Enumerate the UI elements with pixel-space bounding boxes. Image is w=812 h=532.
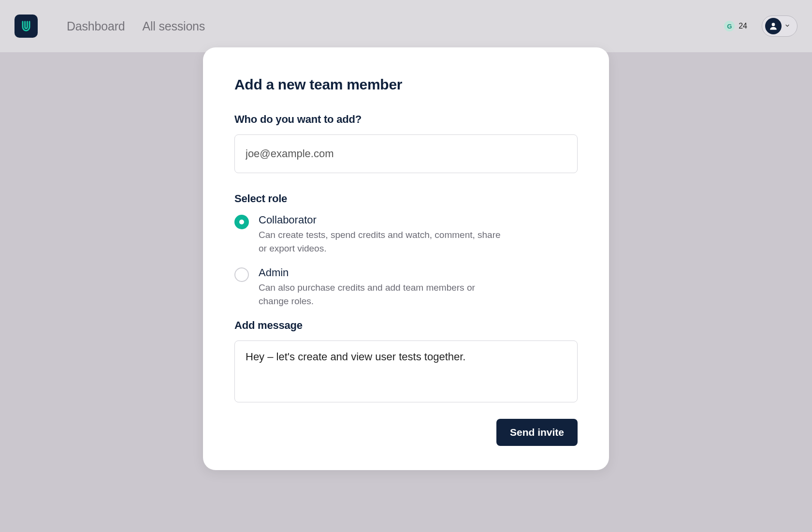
credits-count: 24 (739, 22, 747, 30)
radio-collaborator[interactable] (234, 215, 249, 229)
avatar-icon (765, 18, 782, 34)
main-nav: Dashboard All sessions (67, 19, 205, 33)
role-option-collaborator[interactable]: Collaborator Can create tests, spend cre… (234, 214, 578, 255)
role-option-admin[interactable]: Admin Can also purchase credits and add … (234, 266, 578, 308)
message-input[interactable] (234, 340, 578, 402)
role-admin-desc: Can also purchase credits and add team m… (259, 281, 505, 308)
account-menu[interactable] (762, 15, 798, 37)
send-invite-button[interactable]: Send invite (496, 419, 578, 446)
header-right: G 24 (724, 15, 798, 37)
svg-point-0 (772, 23, 775, 26)
nav-dashboard[interactable]: Dashboard (67, 19, 125, 33)
email-input[interactable] (234, 134, 578, 173)
role-collaborator-desc: Can create tests, spend credits and watc… (259, 228, 505, 255)
chevron-down-icon (784, 23, 790, 30)
nav-all-sessions[interactable]: All sessions (143, 19, 205, 33)
logo-icon (19, 19, 33, 33)
role-collaborator-title: Collaborator (259, 214, 505, 226)
credits-badge[interactable]: G 24 (724, 21, 747, 31)
invite-modal: Add a new team member Who do you want to… (203, 47, 609, 470)
app-logo[interactable] (14, 15, 38, 38)
app-header: Dashboard All sessions G 24 (0, 0, 812, 52)
radio-admin[interactable] (234, 267, 249, 282)
modal-title: Add a new team member (234, 76, 578, 93)
role-admin-title: Admin (259, 266, 505, 279)
message-label: Add message (234, 319, 578, 332)
who-label: Who do you want to add? (234, 113, 578, 126)
role-label: Select role (234, 192, 578, 205)
credits-icon: G (724, 21, 735, 31)
